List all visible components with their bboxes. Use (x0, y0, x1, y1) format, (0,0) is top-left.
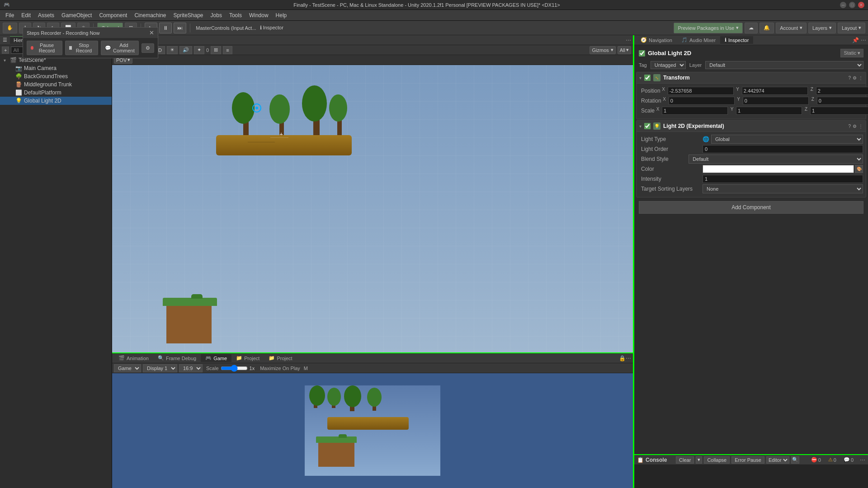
pov-button[interactable]: All ▾ (618, 46, 631, 54)
light2d-enabled[interactable] (644, 123, 651, 129)
minimize-button[interactable]: ─ (840, 2, 846, 8)
lighting-toggle[interactable]: ☀ (167, 46, 178, 54)
light-order-field[interactable] (703, 145, 863, 153)
transform-settings[interactable]: ⚙ (853, 75, 857, 80)
console-more[interactable]: ⋯ (860, 457, 865, 463)
bottom-more[interactable]: ⋯ (626, 355, 631, 361)
cloud-button[interactable]: 🔔 (760, 23, 774, 33)
transform-header[interactable]: ▾ ⤡ Transform ? ⚙ ⋮ (637, 72, 866, 84)
navigation-tab[interactable]: 🧭 Navigation (636, 36, 677, 44)
object-active-checkbox[interactable] (639, 50, 645, 56)
light2d-header[interactable]: ▾ 💡 Light 2D (Experimental) ? ⚙ ⋮ (637, 121, 866, 132)
preview-packages-button[interactable]: Preview Packages in Use ▾ (674, 23, 743, 33)
menu-help[interactable]: Help (272, 11, 291, 19)
light2d-icon: 💡 (653, 122, 660, 130)
frame-debug-tab[interactable]: 🔍 Frame Debug (153, 354, 201, 362)
tree-item-global-light[interactable]: 💡 Global Light 2D (0, 97, 112, 105)
error-pause-button[interactable]: Error Pause (731, 456, 764, 464)
layer-select[interactable]: Default (705, 61, 863, 69)
clear-button[interactable]: Clear (676, 456, 694, 464)
scale-z-field[interactable] (810, 107, 868, 115)
message-filter[interactable]: 💬 0 (841, 456, 856, 463)
maximize-button[interactable]: □ (849, 2, 855, 8)
tree-item-default-platform[interactable]: ⬜ DefaultPlatform (0, 89, 112, 97)
display-select[interactable]: Display 1 (143, 364, 177, 372)
render-paths[interactable]: ⊞ (211, 46, 221, 54)
editor-select[interactable]: Editor (766, 456, 789, 464)
collab-button[interactable]: ☁ (745, 23, 758, 33)
pos-y-field[interactable] (742, 87, 808, 95)
light2d-settings[interactable]: ⚙ (853, 124, 857, 129)
menu-window[interactable]: Window (245, 11, 272, 19)
menu-component[interactable]: Component (95, 11, 131, 19)
add-component-button[interactable]: Add Component (639, 201, 863, 214)
light2d-help[interactable]: ? (848, 124, 851, 129)
stop-record-button[interactable]: Stop Record (65, 41, 98, 55)
gizmos-button[interactable]: Gizmos ▾ (590, 46, 615, 54)
light-type-select[interactable]: Global Spot Freeform (711, 135, 863, 144)
tree-item-middleground-trunk[interactable]: 🪵 Middleground Trunk (0, 80, 112, 89)
scale-slider[interactable] (221, 366, 248, 371)
hand-tool[interactable]: ✋ (3, 23, 17, 33)
close-button[interactable]: ✕ (858, 2, 864, 8)
hierarchy-add-button[interactable]: + (2, 47, 9, 54)
transform-help[interactable]: ? (848, 75, 851, 80)
menu-cinemachine[interactable]: Cinemachine (131, 11, 170, 19)
pos-x-field[interactable] (668, 87, 734, 95)
color-picker-button[interactable]: 🎨 (855, 165, 863, 173)
menu-gameobject[interactable]: GameObject (58, 11, 95, 19)
color-swatch[interactable] (703, 165, 854, 173)
animation-tab[interactable]: 🎬 Animation (114, 354, 153, 362)
intensity-field[interactable] (703, 175, 863, 183)
menu-jobs[interactable]: Jobs (207, 11, 226, 19)
rot-z-field[interactable] (817, 97, 868, 105)
scale-x-field[interactable] (662, 107, 728, 115)
game-tab-bottom[interactable]: 🎮 Game (201, 354, 231, 362)
search-console-button[interactable]: 🔍 (791, 456, 799, 464)
layout-button[interactable]: Layout ▾ (838, 23, 865, 33)
project-tab-1[interactable]: 📁 Project (231, 354, 264, 362)
audio-mixer-tab[interactable]: 🎵 Audio Mixer (677, 36, 720, 44)
audio-toggle[interactable]: 🔊 (179, 46, 192, 54)
menu-edit[interactable]: Edit (18, 11, 34, 19)
transform-more[interactable]: ⋮ (859, 75, 863, 80)
game-view-select[interactable]: Game (114, 364, 141, 372)
tag-select[interactable]: Untagged (651, 61, 686, 69)
right-panel-more[interactable]: ⋯ (861, 37, 866, 43)
light2d-more[interactable]: ⋮ (859, 124, 863, 129)
steps-recorder-close-button[interactable]: ✕ (149, 29, 154, 36)
menu-spriteshape[interactable]: SpriteShape (170, 11, 207, 19)
settings-button[interactable]: ⚙ (142, 43, 154, 53)
step-button[interactable]: ⏭ (174, 23, 186, 33)
effects-toggle[interactable]: ✦ (194, 46, 204, 54)
pause-button[interactable]: ⏸ (159, 23, 172, 33)
pos-z-field[interactable] (816, 87, 868, 95)
add-comment-button[interactable]: 💬 Add Comment (101, 41, 139, 55)
menu-assets[interactable]: Assets (34, 11, 58, 19)
target-layers-select[interactable]: None All (703, 184, 863, 193)
clear-dropdown[interactable]: ▾ (696, 456, 702, 464)
transform-enabled[interactable] (644, 75, 651, 81)
account-button[interactable]: Account ▾ (776, 23, 807, 33)
menu-file[interactable]: File (2, 11, 18, 19)
layers-button[interactable]: Layers ▾ (808, 23, 836, 33)
tree-item-background-trees[interactable]: 🌳 BackGroundTrees (0, 72, 112, 80)
project-tab-2[interactable]: 📁 Project (264, 354, 297, 362)
rot-x-field[interactable] (669, 97, 735, 105)
pause-record-button[interactable]: Pause Record (27, 41, 62, 55)
static-button[interactable]: Static ▾ (840, 49, 863, 57)
rot-y-field[interactable] (743, 97, 809, 105)
ratio-select[interactable]: 16:9 (179, 364, 203, 372)
scene-canvas[interactable]: + (112, 65, 633, 352)
scale-y-field[interactable] (736, 107, 802, 115)
scene-more[interactable]: ≡ (223, 46, 232, 54)
error-filter[interactable]: ⛔ 0 (808, 456, 824, 463)
right-panel-pin[interactable]: 📌 (852, 37, 859, 43)
menu-tools[interactable]: Tools (226, 11, 245, 19)
warning-filter[interactable]: ⚠ 0 (826, 456, 839, 463)
light-type-icon: 🌐 (703, 136, 709, 142)
tree-item-main-camera[interactable]: 📷 Main Camera (0, 64, 112, 72)
inspector-tab[interactable]: ℹ Inspector (720, 36, 753, 44)
blend-style-select[interactable]: Default Additive (689, 155, 863, 164)
collapse-button[interactable]: Collapse (704, 456, 730, 464)
